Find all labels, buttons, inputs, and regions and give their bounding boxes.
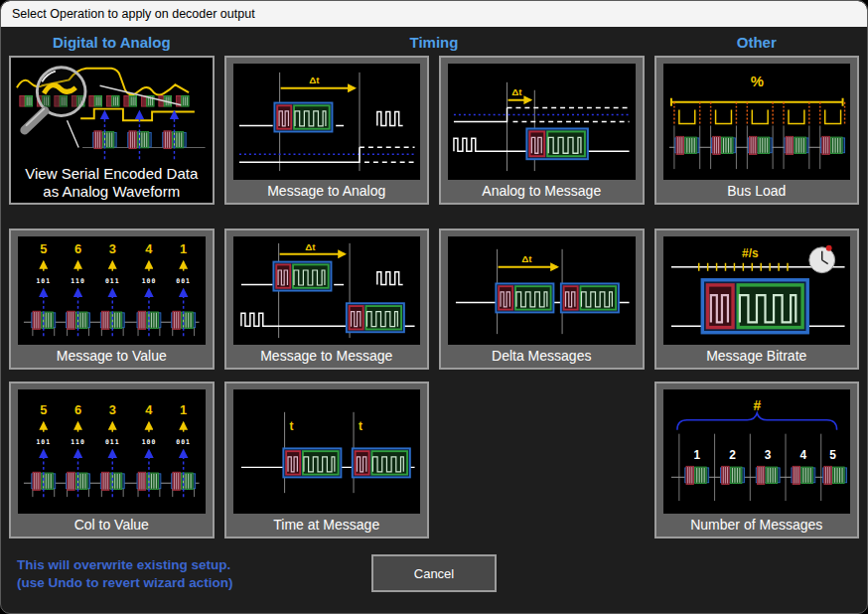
message-bitrate-preview: #/s <box>663 236 851 345</box>
bus-load-graphic: % <box>663 64 851 180</box>
view-serial-preview <box>15 61 209 165</box>
tile-label: Bus Load <box>663 180 851 200</box>
value-label: 1 <box>180 402 187 417</box>
analog-to-message-preview: Δt <box>448 64 636 180</box>
warning-line2: (use Undo to revert wizard action) <box>17 574 233 592</box>
tile-row-3: 5 6 3 4 1 101 110 011 100 <box>1 382 867 538</box>
msg-number: 2 <box>729 448 736 462</box>
message-to-analog-graphic: Δt <box>233 64 421 180</box>
tile-col-to-value[interactable]: 5 6 3 4 1 101 110 011 100 <box>9 382 215 538</box>
t-label: t <box>358 419 362 433</box>
number-of-messages-graphic: # 1 2 3 4 5 <box>663 389 851 514</box>
value-label: 4 <box>145 402 153 417</box>
binary-label: 100 <box>142 277 157 285</box>
time-at-message-graphic: t t <box>233 389 421 514</box>
tile-message-to-value[interactable]: 5 6 3 4 1 101 110 011 100 <box>9 229 215 370</box>
tile-label: Col to Value <box>18 514 206 534</box>
message-bitrate-graphic: #/s <box>663 236 851 345</box>
dialog-title: Select Operation to apply on decoder out… <box>1 1 867 27</box>
delta-messages-graphic: Δt <box>448 236 636 345</box>
tile-label: Message Bitrate <box>663 345 851 365</box>
tile-label: Number of Messages <box>663 514 851 534</box>
value-label: 1 <box>180 241 187 256</box>
header-timing: Timing <box>224 34 645 51</box>
msg-number: 5 <box>829 448 836 462</box>
number-of-messages-preview: # 1 2 3 4 5 <box>663 389 851 514</box>
delta-t-label: Δt <box>511 86 522 97</box>
tile-analog-to-message[interactable]: Δt Analog to Message <box>439 56 645 205</box>
delta-messages-preview: Δt <box>448 236 636 345</box>
value-label: 6 <box>74 241 81 256</box>
message-to-analog-preview: Δt <box>233 64 421 180</box>
binary-label: 011 <box>105 277 120 285</box>
overwrite-warning: This will overwrite existing setup. (use… <box>17 556 233 592</box>
warning-line1: This will overwrite existing setup. <box>17 556 233 574</box>
t-label: t <box>289 419 293 433</box>
tile-label: Time at Message <box>233 514 421 534</box>
tile-bus-load[interactable]: % Bus Load <box>654 56 860 205</box>
dialog-footer: This will overwrite existing setup. (use… <box>1 552 867 614</box>
magnifier-icon <box>25 68 85 130</box>
rate-label: #/s <box>742 246 759 260</box>
tile-label: Delta Messages <box>448 345 636 365</box>
tile-number-of-messages[interactable]: # 1 2 3 4 5 Number of Messages <box>654 382 860 538</box>
binary-label: 100 <box>142 438 157 446</box>
message-to-message-preview: Δt <box>233 236 421 345</box>
binary-label: 110 <box>71 438 85 446</box>
col-to-value-preview: 5 6 3 4 1 101 110 011 100 <box>18 389 206 514</box>
percent-label: % <box>750 74 763 89</box>
tile-message-to-message[interactable]: Δt Message to Message <box>224 229 430 370</box>
value-label: 3 <box>109 402 116 417</box>
msg-number: 3 <box>764 448 771 462</box>
message-to-message-graphic: Δt <box>233 236 421 345</box>
tile-view-serial-encoded-data[interactable]: View Serial Encoded Data as Analog Wavef… <box>9 56 215 205</box>
column-headers: Digital to Analog Timing Other <box>1 27 867 55</box>
header-digital-to-analog: Digital to Analog <box>9 34 215 51</box>
message-to-value-preview: 5 6 3 4 1 101 110 011 100 <box>18 236 206 345</box>
col-to-value-graphic: 5 6 3 4 1 101 110 011 100 <box>18 389 206 514</box>
cancel-button[interactable]: Cancel <box>371 554 497 592</box>
value-label: 5 <box>40 402 47 417</box>
msg-number: 4 <box>799 448 806 462</box>
tile-label-line2: as Analog Waveform <box>15 183 209 201</box>
delta-t-label: Δt <box>305 241 316 252</box>
msg-number: 1 <box>693 448 700 462</box>
tile-message-bitrate[interactable]: #/s Message Bitrate <box>654 229 860 370</box>
select-operation-dialog: Select Operation to apply on decoder out… <box>0 0 868 614</box>
value-label: 3 <box>109 241 116 256</box>
tile-label: Message to Analog <box>233 180 421 200</box>
tile-label-line1: View Serial Encoded Data <box>15 165 209 183</box>
value-label: 5 <box>40 241 47 256</box>
binary-label: 001 <box>176 277 191 285</box>
tile-label: Message to Message <box>233 345 421 365</box>
binary-label: 001 <box>176 438 191 446</box>
stopwatch-icon <box>808 245 834 273</box>
delta-t-label: Δt <box>521 253 532 264</box>
value-label: 6 <box>74 402 81 417</box>
tile-row-1: View Serial Encoded Data as Analog Wavef… <box>1 56 867 205</box>
tile-row-2: 5 6 3 4 1 101 110 011 100 <box>1 229 867 370</box>
bus-load-preview: % <box>663 64 851 180</box>
message-to-value-graphic: 5 6 3 4 1 101 110 011 100 <box>18 236 206 345</box>
tile-label: Analog to Message <box>448 180 636 200</box>
tile-time-at-message[interactable]: t t Time at Message <box>224 382 430 538</box>
binary-label: 110 <box>71 277 85 285</box>
brace-icon <box>676 413 836 430</box>
analog-to-message-graphic: Δt <box>448 64 636 180</box>
value-label: 4 <box>145 241 153 256</box>
tile-delta-messages[interactable]: Δt Delta Messages <box>439 229 645 370</box>
delta-t-label: Δt <box>309 75 320 85</box>
binary-label: 101 <box>36 277 51 285</box>
binary-label: 011 <box>105 438 120 446</box>
view-serial-graphic <box>15 61 209 165</box>
tile-message-to-analog[interactable]: Δt Message to Analog <box>224 56 430 205</box>
time-at-message-preview: t t <box>233 389 421 514</box>
binary-label: 101 <box>36 438 51 446</box>
header-other: Other <box>654 34 860 51</box>
tile-label: Message to Value <box>18 345 206 365</box>
